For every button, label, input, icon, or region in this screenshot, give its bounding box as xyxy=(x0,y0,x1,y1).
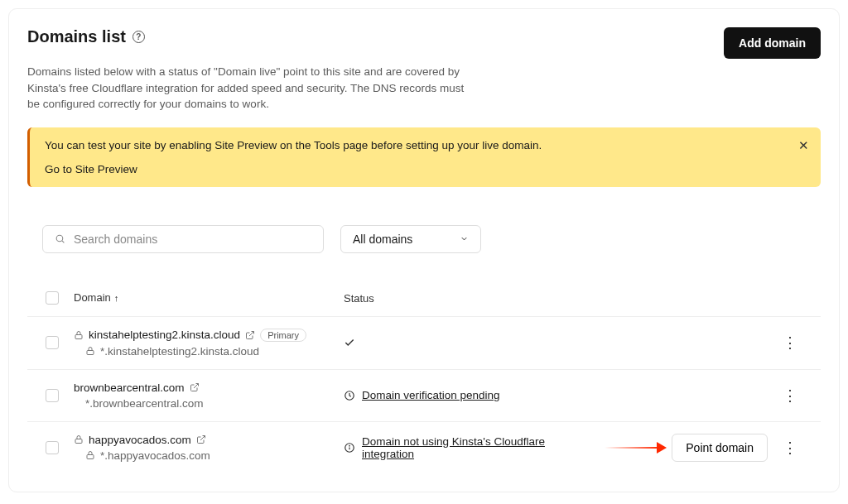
filter-select[interactable]: All domains xyxy=(340,225,481,253)
search-input-wrap[interactable] xyxy=(42,225,324,253)
external-link-icon[interactable] xyxy=(196,434,206,444)
wildcard-domain: *.kinstahelptesting2.kinsta.cloud xyxy=(100,345,259,358)
checkmark-icon xyxy=(344,337,355,348)
svg-rect-2 xyxy=(75,334,82,338)
row-checkbox[interactable] xyxy=(46,441,59,454)
wildcard-domain: *.brownbearcentral.com xyxy=(85,397,204,410)
svg-point-0 xyxy=(56,235,63,242)
site-preview-link[interactable]: Go to Site Preview xyxy=(45,163,137,175)
site-preview-notice: ✕ You can test your site by enabling Sit… xyxy=(27,127,821,187)
lock-icon xyxy=(74,330,84,340)
table-row: kinstahelptesting2.kinsta.cloud Primary … xyxy=(27,317,821,370)
svg-rect-9 xyxy=(87,455,94,459)
lock-icon xyxy=(85,450,95,460)
info-circle-icon xyxy=(344,442,355,454)
annotation-arrow xyxy=(605,442,667,454)
row-checkbox[interactable] xyxy=(46,336,59,349)
point-domain-button[interactable]: Point domain xyxy=(672,434,768,462)
sort-up-icon: ↑ xyxy=(114,293,119,303)
table-header: Domain ↑ Status xyxy=(27,291,821,317)
page-subtext: Domains listed below with a status of "D… xyxy=(27,64,475,113)
domain-name: happyavocados.com xyxy=(89,434,191,446)
help-icon[interactable]: ? xyxy=(132,31,145,43)
add-domain-button[interactable]: Add domain xyxy=(724,27,821,59)
external-link-icon[interactable] xyxy=(190,382,200,392)
column-domain[interactable]: Domain xyxy=(74,291,111,304)
domains-panel: Domains list ? Add domain Domains listed… xyxy=(8,8,840,492)
svg-line-1 xyxy=(62,241,64,242)
select-all-checkbox[interactable] xyxy=(46,291,59,305)
table-row: brownbearcentral.com *.brownbearcentral.… xyxy=(27,370,821,422)
wildcard-domain: *.happyavocados.com xyxy=(100,449,210,462)
svg-line-3 xyxy=(249,331,254,336)
row-checkbox[interactable] xyxy=(46,389,59,402)
more-actions-button[interactable]: ⋮ xyxy=(778,385,802,406)
search-input[interactable] xyxy=(74,233,311,246)
svg-rect-7 xyxy=(75,439,82,444)
external-link-icon[interactable] xyxy=(245,330,255,340)
column-status: Status xyxy=(344,292,374,305)
svg-rect-4 xyxy=(87,351,94,355)
lock-icon xyxy=(85,346,95,356)
search-icon xyxy=(55,233,65,244)
primary-badge: Primary xyxy=(260,329,306,342)
page-title: Domains list xyxy=(27,27,126,46)
lock-icon xyxy=(74,434,84,444)
close-icon[interactable]: ✕ xyxy=(798,139,809,151)
more-actions-button[interactable]: ⋮ xyxy=(778,332,802,353)
clock-icon xyxy=(344,390,355,401)
status-link[interactable]: Domain not using Kinsta's Cloudflare int… xyxy=(362,435,585,460)
notice-text: You can test your site by enabling Site … xyxy=(45,139,806,151)
svg-line-5 xyxy=(194,384,199,389)
chevron-down-icon xyxy=(460,234,469,243)
svg-point-12 xyxy=(349,445,350,446)
table-controls: All domains xyxy=(42,225,821,253)
table-row: happyavocados.com *.happyavocados.com Do… xyxy=(27,422,821,473)
filter-label: All domains xyxy=(353,233,412,246)
svg-line-8 xyxy=(200,436,205,441)
more-actions-button[interactable]: ⋮ xyxy=(778,437,802,458)
domain-name: kinstahelptesting2.kinsta.cloud xyxy=(89,329,240,341)
panel-header: Domains list ? Add domain xyxy=(27,27,821,59)
status-link[interactable]: Domain verification pending xyxy=(362,389,500,401)
domain-name: brownbearcentral.com xyxy=(74,382,185,394)
